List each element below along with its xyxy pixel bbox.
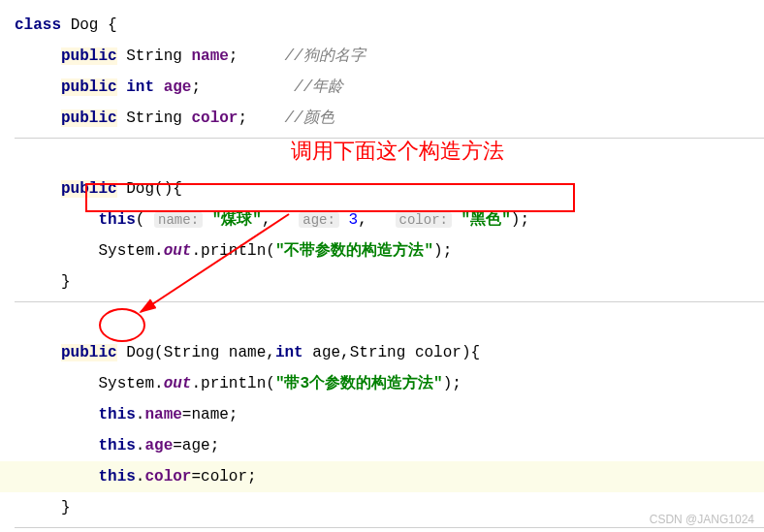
type-int: int <box>126 78 154 96</box>
field-ref: name <box>144 406 181 423</box>
separator <box>15 527 764 528</box>
hint-age: age: <box>299 212 339 228</box>
dot: . <box>136 468 145 485</box>
open: ( <box>266 375 275 392</box>
open: ( <box>266 242 275 260</box>
kw-public: public <box>61 110 117 127</box>
assign-name: this.name=name; <box>15 399 764 430</box>
kw-this: this <box>98 406 135 423</box>
close: ); <box>443 375 462 392</box>
field-ref: age <box>144 437 173 454</box>
field-color: public String color; //颜色 <box>15 103 764 134</box>
field-ident: color <box>191 110 238 127</box>
comma: , <box>358 211 367 229</box>
dot: . <box>136 406 145 423</box>
red-circle <box>99 308 145 342</box>
kw-this: this <box>98 437 135 454</box>
field-ref: color <box>144 468 191 485</box>
out: out <box>164 375 192 392</box>
kw-int: int <box>275 344 303 361</box>
hint-color: color: <box>396 212 452 228</box>
code-area: class Dog { public String name; //狗的名字 p… <box>0 0 764 528</box>
field-name: public String name; //狗的名字 <box>15 41 764 72</box>
semi: ; <box>191 78 201 96</box>
close-brace: } <box>15 266 764 297</box>
sig: (String name, <box>154 344 275 361</box>
annotation-label: 调用下面这个构造方法 <box>291 137 504 166</box>
kw-this: this <box>98 468 135 485</box>
dot: . <box>136 437 145 454</box>
println2: System.out.println("带3个参数的构造方法"); <box>15 368 764 399</box>
kw-class: class <box>15 16 61 34</box>
fn: println <box>201 375 266 392</box>
open: ( <box>136 211 145 229</box>
highlight: this.color=color; <box>0 461 764 492</box>
field-ident: age <box>164 78 192 96</box>
brace: } <box>61 273 71 291</box>
class-name: Dog <box>71 16 99 34</box>
kw-public: public <box>61 344 117 361</box>
comment: //颜色 <box>284 110 334 127</box>
assign-age: this.age=age; <box>15 430 764 461</box>
type: String <box>126 110 182 127</box>
sys: System <box>98 242 154 260</box>
assign-color: this.color=color; <box>15 461 764 492</box>
red-box <box>85 183 575 212</box>
kw-this: this <box>98 211 135 229</box>
arg-str: "煤球" <box>212 211 262 229</box>
brace: { <box>98 16 116 34</box>
kw-public: public <box>61 78 117 96</box>
comment: //狗的名字 <box>284 47 365 65</box>
eq: =age; <box>173 437 219 454</box>
sig2: age,String color){ <box>303 344 480 361</box>
field-age: public int age; //年龄 <box>15 72 764 103</box>
println1: System.out.println("不带参数的构造方法"); <box>15 235 764 266</box>
dot: . <box>191 375 201 392</box>
arg-num: 3 <box>349 211 359 229</box>
separator <box>15 301 764 302</box>
ctor-name: Dog <box>126 344 154 361</box>
comma: , <box>262 211 271 229</box>
comment: //年龄 <box>294 78 343 96</box>
fn: println <box>201 242 266 260</box>
ctor-3arg: public Dog(String name,int age,String co… <box>15 337 764 368</box>
close: ); <box>511 211 529 229</box>
brace: } <box>61 499 71 516</box>
dot: . <box>154 375 164 392</box>
arg-str: "黑色" <box>462 211 511 229</box>
semi: ; <box>229 47 239 65</box>
field-ident: name <box>191 47 228 65</box>
hint-name: name: <box>154 212 203 228</box>
semi: ; <box>238 110 247 127</box>
close: ); <box>433 242 452 260</box>
type: String <box>126 47 182 65</box>
out: out <box>164 242 192 260</box>
watermark: CSDN @JANG1024 <box>650 513 754 526</box>
sys: System <box>98 375 154 392</box>
eq: =color; <box>191 468 256 485</box>
dot: . <box>191 242 201 260</box>
kw-public: public <box>61 47 117 65</box>
arg-str: "带3个参数的构造方法" <box>275 375 443 392</box>
line-class: class Dog { <box>15 10 764 41</box>
dot: . <box>154 242 164 260</box>
eq: =name; <box>182 406 239 423</box>
arg-str: "不带参数的构造方法" <box>275 242 433 260</box>
